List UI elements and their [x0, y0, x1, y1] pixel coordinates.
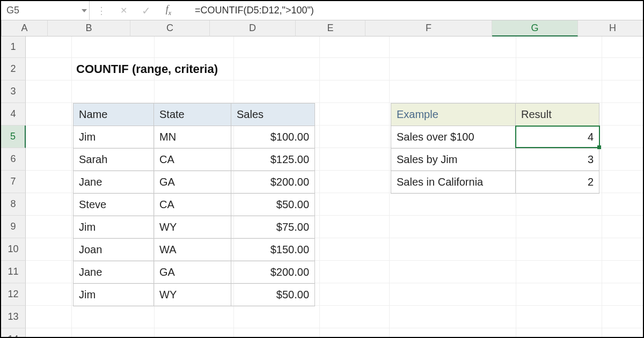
sales-cell[interactable]: Jim: [74, 284, 154, 306]
sales-cell[interactable]: MN: [154, 126, 231, 149]
cell-A1[interactable]: [26, 36, 72, 58]
cell-C13[interactable]: [155, 306, 234, 328]
cell-H4[interactable]: [602, 103, 644, 126]
row-header-14[interactable]: 14: [1, 328, 26, 338]
sales-cell[interactable]: $50.00: [231, 194, 315, 216]
sales-cell[interactable]: Jane: [74, 171, 154, 194]
cell-H11[interactable]: [602, 261, 644, 283]
row-header-10[interactable]: 10: [1, 238, 26, 261]
cell-F9[interactable]: [390, 216, 516, 238]
cell-H12[interactable]: [602, 283, 644, 306]
row-header-12[interactable]: 12: [1, 283, 26, 306]
cell-E12[interactable]: [320, 283, 390, 306]
cell-F2[interactable]: [390, 58, 516, 80]
column-header-A[interactable]: A: [2, 20, 48, 36]
cell-G11[interactable]: [516, 261, 602, 283]
cell-F8[interactable]: [390, 193, 516, 216]
cell-E2[interactable]: [320, 58, 390, 80]
cell-B3[interactable]: [72, 80, 155, 103]
cell-A5[interactable]: [26, 126, 72, 148]
column-header-H[interactable]: H: [578, 20, 644, 36]
sales-cell[interactable]: WY: [154, 284, 231, 306]
cell-G14[interactable]: [516, 328, 602, 338]
example-cell[interactable]: Sales in California: [391, 171, 516, 194]
sales-cell[interactable]: Jane: [74, 261, 154, 284]
row-header-6[interactable]: 6: [1, 148, 26, 171]
cell-A11[interactable]: [26, 261, 72, 283]
cell-D14[interactable]: [234, 328, 320, 338]
example-header-0[interactable]: Example: [391, 104, 516, 126]
cell-A2[interactable]: [26, 58, 72, 80]
row-header-3[interactable]: 3: [1, 80, 26, 103]
cell-A6[interactable]: [26, 148, 72, 171]
cell-F13[interactable]: [390, 306, 516, 328]
cell-G3[interactable]: [516, 80, 602, 103]
example-cell[interactable]: Sales by Jim: [391, 149, 516, 171]
cell-E13[interactable]: [320, 306, 390, 328]
split-handle-icon[interactable]: ⋮: [90, 1, 112, 20]
cell-C1[interactable]: [155, 36, 234, 58]
cell-C3[interactable]: [155, 80, 234, 103]
sales-cell[interactable]: $75.00: [231, 216, 315, 239]
formula-input[interactable]: =COUNTIF(D5:D12,">100"): [180, 1, 643, 20]
cell-E7[interactable]: [320, 171, 390, 193]
cell-G8[interactable]: [516, 193, 602, 216]
cell-F3[interactable]: [390, 80, 516, 103]
sales-cell[interactable]: GA: [154, 261, 231, 284]
column-header-G[interactable]: G: [492, 20, 578, 36]
row-header-11[interactable]: 11: [1, 261, 26, 283]
sales-cell[interactable]: WY: [154, 216, 231, 239]
sales-cell[interactable]: Steve: [74, 194, 154, 216]
sales-cell[interactable]: $100.00: [231, 126, 315, 149]
sales-cell[interactable]: Sarah: [74, 149, 154, 171]
cell-C14[interactable]: [155, 328, 234, 338]
column-header-C[interactable]: C: [130, 20, 210, 36]
cell-H5[interactable]: [602, 126, 644, 148]
cell-D2[interactable]: [234, 58, 320, 80]
sales-cell[interactable]: Joan: [74, 239, 154, 261]
column-header-D[interactable]: D: [210, 20, 296, 36]
cell-H9[interactable]: [602, 216, 644, 238]
cell-A7[interactable]: [26, 171, 72, 193]
cell-D3[interactable]: [234, 80, 320, 103]
row-header-7[interactable]: 7: [1, 171, 26, 193]
row-header-2[interactable]: 2: [1, 58, 26, 80]
cell-H7[interactable]: [602, 171, 644, 193]
sales-cell[interactable]: $50.00: [231, 284, 315, 306]
cell-G2[interactable]: [516, 58, 602, 80]
cell-A3[interactable]: [26, 80, 72, 103]
example-header-1[interactable]: Result: [516, 104, 599, 126]
cell-B13[interactable]: [72, 306, 155, 328]
cell-A4[interactable]: [26, 103, 72, 126]
row-header-1[interactable]: 1: [1, 36, 26, 58]
cell-G13[interactable]: [516, 306, 602, 328]
cell-F12[interactable]: [390, 283, 516, 306]
cell-A9[interactable]: [26, 216, 72, 238]
sales-cell[interactable]: Jim: [74, 216, 154, 239]
cell-A14[interactable]: [26, 328, 72, 338]
fx-icon[interactable]: fx: [157, 1, 180, 20]
cell-D1[interactable]: [234, 36, 320, 58]
cell-D13[interactable]: [234, 306, 320, 328]
cell-E11[interactable]: [320, 261, 390, 283]
cell-G12[interactable]: [516, 283, 602, 306]
sales-cell[interactable]: $150.00: [231, 239, 315, 261]
row-header-8[interactable]: 8: [1, 193, 26, 216]
sales-cell[interactable]: Jim: [74, 126, 154, 149]
cell-H10[interactable]: [602, 238, 644, 261]
cell-G1[interactable]: [516, 36, 602, 58]
cell-E8[interactable]: [320, 193, 390, 216]
cancel-icon[interactable]: [112, 1, 135, 20]
sales-cell[interactable]: GA: [154, 171, 231, 194]
sales-cell[interactable]: CA: [154, 194, 231, 216]
sales-cell[interactable]: WA: [154, 239, 231, 261]
cell-F10[interactable]: [390, 238, 516, 261]
cell-A10[interactable]: [26, 238, 72, 261]
cell-H14[interactable]: [602, 328, 644, 338]
sales-header-2[interactable]: Sales: [231, 104, 315, 126]
cell-H13[interactable]: [602, 306, 644, 328]
cell-A8[interactable]: [26, 193, 72, 216]
cell-E1[interactable]: [320, 36, 390, 58]
select-all-corner[interactable]: [1, 20, 2, 36]
example-cell[interactable]: Sales over $100: [391, 126, 516, 149]
